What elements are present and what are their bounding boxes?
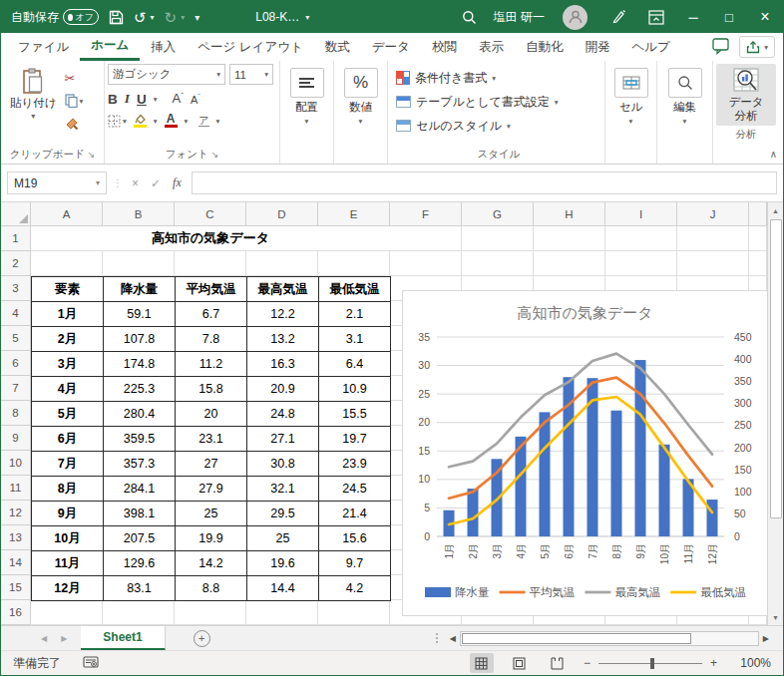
ribbon-tab[interactable]: ファイル (7, 33, 80, 61)
zoom-in-button[interactable]: + (710, 656, 717, 670)
ribbon-tab[interactable]: 自動化 (515, 33, 575, 61)
insert-function-button[interactable]: fx (173, 175, 182, 190)
scroll-down-button[interactable]: ▼ (768, 609, 784, 625)
table-cell[interactable]: 10月 (32, 526, 104, 551)
table-cell[interactable]: 7.8 (176, 327, 247, 352)
horizontal-scrollbar[interactable]: ◀ ▶ (436, 626, 783, 650)
table-cell[interactable]: 30.8 (247, 452, 319, 477)
data-analysis-button[interactable]: データ分析 (716, 64, 776, 126)
table-cell[interactable]: 20 (176, 402, 247, 427)
save-button[interactable] (109, 10, 124, 25)
table-cell[interactable]: 129.6 (104, 551, 176, 576)
grid-cell[interactable] (31, 251, 103, 276)
font-color-dropdown-icon[interactable]: ▾ (185, 117, 189, 126)
table-header-cell[interactable]: 降水量 (104, 277, 176, 302)
row-header-8[interactable]: 8 (1, 401, 31, 426)
row-header-3[interactable]: 3 (1, 276, 31, 301)
table-cell[interactable]: 19.7 (319, 427, 391, 452)
alignment-button[interactable]: 配置 ▾ (283, 64, 330, 126)
zoom-thumb[interactable] (650, 658, 654, 669)
increase-font-button[interactable]: Aˆ (173, 91, 184, 106)
grid-cell[interactable] (534, 226, 605, 251)
redo-button[interactable]: ↻ ▾ (165, 10, 186, 25)
row-header-5[interactable]: 5 (1, 326, 31, 351)
table-cell[interactable]: 15.6 (319, 526, 391, 551)
vertical-scroll-thumb[interactable] (770, 219, 782, 518)
row-header-13[interactable]: 13 (1, 525, 31, 550)
column-header-D[interactable]: D (246, 202, 318, 226)
grid-cell[interactable] (677, 226, 749, 251)
table-cell[interactable]: 21.4 (319, 502, 391, 526)
phonetic-dropdown-icon[interactable]: ▾ (216, 117, 220, 126)
decrease-font-button[interactable]: Aˇ (191, 92, 200, 106)
table-cell[interactable]: 6.7 (176, 302, 247, 327)
share-button[interactable]: ▾ (739, 36, 775, 58)
dialog-launcher-icon[interactable]: ↘ (211, 150, 219, 160)
macro-record-button[interactable] (83, 656, 99, 671)
table-cell[interactable]: 4月 (32, 377, 104, 402)
ribbon-tab[interactable]: データ (361, 33, 421, 61)
row-header-16[interactable]: 16 (1, 600, 31, 625)
table-cell[interactable]: 11月 (32, 551, 104, 576)
zoom-percentage[interactable]: 100% (731, 656, 771, 670)
format-as-table-button[interactable]: テーブルとして書式設定 ▾ (396, 90, 601, 114)
grid-cell[interactable] (318, 600, 390, 625)
worksheet-title-cell[interactable]: 高知市の気象データ (31, 226, 390, 251)
ribbon-tab[interactable]: 校閲 (421, 33, 468, 61)
table-cell[interactable]: 29.5 (247, 502, 319, 526)
minimize-button[interactable]: ─ (675, 1, 711, 33)
table-cell[interactable]: 2月 (32, 327, 104, 352)
ribbon-tab[interactable]: ヘルプ (620, 33, 680, 61)
search-button[interactable] (462, 10, 477, 25)
table-cell[interactable]: 357.3 (104, 452, 176, 477)
table-cell[interactable]: 4.2 (319, 576, 391, 601)
sheet-nav-right-icon[interactable]: ▶ (61, 634, 67, 643)
vertical-scrollbar[interactable]: ▲ ▼ (767, 202, 783, 625)
dialog-launcher-icon[interactable]: ↘ (88, 150, 96, 160)
formula-bar-grip[interactable]: ⋮ (113, 177, 122, 188)
column-header-partial[interactable] (749, 202, 767, 226)
column-header-F[interactable]: F (390, 202, 462, 226)
column-header-H[interactable]: H (534, 202, 605, 226)
table-cell[interactable]: 12月 (32, 576, 104, 601)
chart[interactable]: 高知市の気象データ0510152025303505010015020025030… (402, 290, 767, 616)
table-cell[interactable]: 16.3 (247, 352, 319, 377)
row-header-11[interactable]: 11 (1, 476, 31, 501)
grid-cell[interactable] (605, 251, 677, 276)
user-name[interactable]: 塩田 研一 (494, 9, 545, 26)
avatar[interactable] (563, 5, 588, 30)
bold-button[interactable]: B (108, 92, 118, 107)
table-cell[interactable]: 8.8 (176, 576, 247, 601)
ribbon-display-options-button[interactable] (648, 10, 664, 25)
grid-cell[interactable] (103, 600, 175, 625)
column-header-A[interactable]: A (31, 202, 103, 226)
grid-cell[interactable] (103, 251, 175, 276)
number-format-button[interactable]: % 数値 ▾ (337, 64, 384, 126)
comments-button[interactable] (711, 37, 731, 58)
font-name-select[interactable]: 游ゴシック ▾ (108, 64, 225, 85)
scrollbar-grip[interactable] (436, 633, 438, 643)
ribbon-tab[interactable]: 表示 (468, 33, 515, 61)
undo-button[interactable]: ↺ ▾ (134, 10, 155, 25)
normal-view-button[interactable] (470, 653, 494, 673)
maximize-button[interactable]: □ (711, 1, 747, 33)
fill-color-button[interactable] (134, 114, 147, 128)
cell-styles-button[interactable]: セルのスタイル ▾ (396, 114, 601, 138)
grid-cell[interactable] (246, 600, 318, 625)
row-header-7[interactable]: 7 (1, 376, 31, 401)
table-cell[interactable]: 13.2 (247, 327, 319, 352)
table-cell[interactable]: 3月 (32, 352, 104, 377)
table-cell[interactable]: 174.8 (104, 352, 176, 377)
sheet-nav-left-icon[interactable]: ◀ (41, 634, 47, 643)
table-cell[interactable]: 24.5 (319, 477, 391, 502)
data-table[interactable]: 要素降水量平均気温最高気温最低気温1月59.16.712.22.12月107.8… (31, 276, 391, 601)
column-header-G[interactable]: G (462, 202, 534, 226)
row-header-10[interactable]: 10 (1, 451, 31, 476)
scroll-up-button[interactable]: ▲ (768, 202, 784, 218)
table-cell[interactable]: 27 (176, 452, 247, 477)
table-cell[interactable]: 7月 (32, 452, 104, 477)
column-header-E[interactable]: E (318, 202, 390, 226)
zoom-out-button[interactable]: − (584, 656, 590, 670)
collapse-ribbon-button[interactable]: ∧ (770, 149, 777, 160)
page-layout-view-button[interactable] (508, 653, 532, 673)
